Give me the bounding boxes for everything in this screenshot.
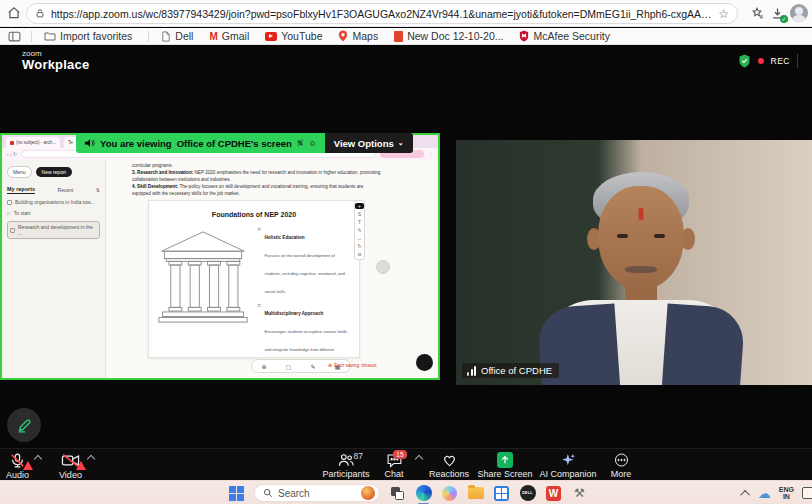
sidebar-toggle-icon[interactable] xyxy=(8,31,21,42)
multidisciplinary-icon xyxy=(257,301,261,310)
chat-button[interactable]: 15 Chat xyxy=(374,450,414,479)
slide-title: Foundations of NEP 2020 xyxy=(157,211,351,218)
shared-report-item: ▷To start xyxy=(7,210,100,216)
recording-indicator: REC xyxy=(738,54,798,68)
language-indicator[interactable]: ENG IN xyxy=(779,486,794,501)
shared-document-text: curricular programs. 3. Research and Inn… xyxy=(132,163,382,197)
reactions-button[interactable]: Reactions xyxy=(424,450,474,479)
participants-button[interactable]: 87 Participants xyxy=(318,450,374,479)
temple-illustration xyxy=(157,225,249,329)
bookmark-import-favorites[interactable]: Import favorites xyxy=(44,30,132,42)
annotate-button[interactable] xyxy=(7,408,41,442)
audio-options-chevron[interactable] xyxy=(34,455,42,463)
chat-options-chevron[interactable] xyxy=(415,455,423,463)
downloads-icon[interactable]: ✓ xyxy=(768,4,786,22)
gmail-icon: M xyxy=(209,31,217,42)
edge-icon[interactable] xyxy=(415,485,432,502)
bookmark-maps[interactable]: Maps xyxy=(338,30,378,42)
participant-person xyxy=(549,172,734,385)
lock-icon xyxy=(35,8,45,19)
slide-annotation-toolbar: +ST✎↔↻⊖ xyxy=(354,200,365,260)
copilot-icon[interactable] xyxy=(441,485,458,502)
share-screen-button[interactable]: Share Screen xyxy=(474,450,536,479)
participants-icon xyxy=(337,452,355,468)
participants-count: 87 xyxy=(354,451,363,461)
task-view-icon[interactable] xyxy=(389,485,406,502)
more-ellipsis-icon xyxy=(613,452,630,468)
doc-icon xyxy=(394,31,403,42)
scroll-button xyxy=(376,260,390,274)
error-saving-text: Error saving: timeout xyxy=(328,362,377,368)
shared-report-item: Building organisations in India tow... xyxy=(7,199,100,205)
heart-icon xyxy=(441,452,458,468)
dell-app-icon[interactable]: DELL xyxy=(519,485,536,502)
touch-keyboard-icon[interactable] xyxy=(802,487,812,499)
nep-slide: Foundations of NEP 2020 xyxy=(148,200,360,358)
collections-icon[interactable] xyxy=(748,4,766,22)
slide-item: Research and InnovationEmphasizes the ne… xyxy=(257,377,351,378)
image-tool-icon: ▢ xyxy=(286,363,292,370)
annotation-disabled-icon: ✎̸ xyxy=(297,139,304,148)
search-seasonal-icon xyxy=(361,486,375,500)
start-button[interactable] xyxy=(228,485,245,502)
address-bar[interactable]: https://app.zoom.us/wc/83977943429/join?… xyxy=(26,3,738,24)
onedrive-icon[interactable]: ☁ xyxy=(758,487,771,500)
bookmark-mcafee[interactable]: McAfee Security xyxy=(519,30,609,42)
url-text: https://app.zoom.us/wc/83977943429/join?… xyxy=(51,8,718,20)
rec-dot xyxy=(758,58,764,64)
pen-tool-icon: ✎ xyxy=(311,363,316,370)
microsoft-store-icon[interactable] xyxy=(493,485,510,502)
home-icon[interactable] xyxy=(5,4,23,22)
meeting-controls-bar: Audio Video 87 P xyxy=(0,448,812,480)
participant-nameplate: Office of CPDHE xyxy=(462,363,559,378)
tools-app-icon[interactable]: ⚒ xyxy=(571,485,588,502)
zoom-meeting-window: zoom Workplace REC (no subject) - arch..… xyxy=(0,45,812,480)
reaction-smiley-icon: ☺ xyxy=(309,139,317,148)
shared-menu-chip: Menu xyxy=(7,166,32,178)
shared-screen-view: (no subject) - arch... Te + ‹ › ↻⋮ Menu … xyxy=(0,133,440,380)
file-explorer-icon[interactable] xyxy=(467,485,484,502)
viewing-banner: You are viewing Office of CPDHE's screen… xyxy=(76,133,413,153)
view-options-button[interactable]: View Options ⌄ xyxy=(325,133,413,153)
participant-video-tile[interactable]: Office of CPDHE xyxy=(456,140,812,385)
red-w-app-icon[interactable]: W xyxy=(545,485,562,502)
slide-item: Holistic EducationFocuses on the overall… xyxy=(257,225,351,297)
tray-overflow-chevron[interactable] xyxy=(740,489,750,499)
zoom-workplace-logo: zoom Workplace xyxy=(22,50,89,71)
shared-tab-1: (no subject) - arch... xyxy=(6,137,60,148)
youtube-icon xyxy=(265,32,277,41)
audio-warning-icon xyxy=(23,461,33,470)
shared-report-item-selected: Research and development in the ... xyxy=(7,221,100,239)
bookmarks-bar: Import favorites Dell M Gmail YouTube Ma… xyxy=(0,28,812,45)
bookmark-dell[interactable]: Dell xyxy=(161,30,193,42)
audio-button[interactable]: Audio xyxy=(6,450,29,480)
search-icon xyxy=(263,488,273,498)
video-warning-icon xyxy=(76,461,86,470)
help-bubble-button xyxy=(416,354,433,371)
bookmark-youtube[interactable]: YouTube xyxy=(265,30,322,42)
maps-pin-icon xyxy=(338,30,348,42)
windows-taskbar: Search DELL W ⚒ ☁ ENG IN xyxy=(0,480,812,504)
security-shield-icon[interactable] xyxy=(738,54,751,68)
share-screen-icon xyxy=(497,452,513,468)
more-button[interactable]: More xyxy=(600,450,642,479)
research-icon xyxy=(257,377,260,378)
mcafee-shield-icon xyxy=(519,30,529,42)
holistic-icon xyxy=(257,225,261,234)
video-button[interactable]: Video xyxy=(59,450,82,480)
audio-level-icon xyxy=(467,366,476,376)
download-complete-check: ✓ xyxy=(780,15,788,23)
bookmark-gmail[interactable]: M Gmail xyxy=(209,30,249,42)
favorite-star-icon[interactable]: ☆ xyxy=(718,7,729,21)
screen: https://app.zoom.us/wc/83977943429/join?… xyxy=(0,0,812,504)
bookmark-new-doc[interactable]: New Doc 12-10-20... xyxy=(394,30,503,42)
shared-app-sidebar: Menu New report My reports Recent ⇅ Buil… xyxy=(2,160,106,378)
ai-companion-button[interactable]: AI Companion xyxy=(536,450,600,479)
taskbar-search[interactable]: Search xyxy=(254,484,380,502)
browser-address-row: https://app.zoom.us/wc/83977943429/join?… xyxy=(0,0,812,27)
profile-avatar[interactable] xyxy=(790,4,808,22)
pencil-icon xyxy=(16,417,33,434)
participant-name: Office of CPDHE xyxy=(481,365,552,376)
zoom-tool-icon: ⊕ xyxy=(262,363,267,370)
video-options-chevron[interactable] xyxy=(87,455,95,463)
